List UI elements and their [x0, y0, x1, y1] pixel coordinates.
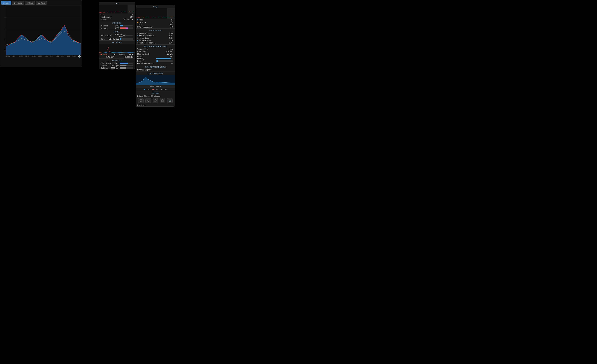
- leftside-fill: [120, 65, 126, 66]
- svg-rect-9: [154, 100, 156, 101]
- gpu-deps-title: GPU DEPENDENCIES: [136, 65, 175, 69]
- y-label-0: 0: [1, 49, 6, 51]
- mem-clock-row: Memory Clock 1.27 GHz: [136, 53, 175, 55]
- icon-btn-1[interactable]: [138, 98, 143, 103]
- gpu-memory-row: Memory: [136, 57, 175, 60]
- rightside-wrap: 2337 rpm: [108, 67, 133, 69]
- icon-row: [136, 97, 175, 104]
- network-peak-row: Peak ↑ 21K Peak ↓ 552K: [99, 53, 135, 56]
- tab-7-days[interactable]: 7 Days: [25, 1, 35, 5]
- y-label-2: 2: [1, 27, 6, 29]
- y-label-4: 4: [1, 5, 6, 7]
- download-arrow: ↓: [119, 56, 120, 58]
- icon-btn-2[interactable]: [145, 98, 151, 103]
- rightside-fill: [120, 67, 126, 69]
- cpu-die-fill: [120, 62, 128, 64]
- gpu-temp-value: 149°: [169, 48, 173, 50]
- svg-rect-6: [140, 100, 142, 101]
- process-3: ⊞ kernel_task 3.0%: [136, 37, 175, 39]
- process-5: ⊞ iStatMenusDaemon 0.7%: [136, 42, 175, 44]
- memory-bar: [120, 27, 133, 29]
- mini-cpu-row: CPU 4%: [99, 14, 135, 16]
- icon-btn-5[interactable]: [167, 98, 173, 103]
- svg-rect-10: [162, 100, 163, 102]
- disks-title: DISKS: [99, 30, 135, 33]
- peak-up-value: 21K: [112, 54, 116, 56]
- mini-cpu-title: CPU: [99, 2, 135, 5]
- uptime-title: UPTIME: [136, 92, 175, 95]
- disk1-value: 875.8 GB free: [114, 33, 123, 38]
- user-label: User: [139, 19, 143, 21]
- x-label-121: 1:21: [67, 55, 70, 58]
- tab-24-hours[interactable]: 24 Hours: [12, 1, 24, 5]
- disk1-bar-wrap: 875.8 GB free: [114, 33, 133, 38]
- process-4: ● Microsoft Word 0.7%: [136, 39, 175, 42]
- x-label-101: 1:01: [45, 55, 48, 58]
- tab-bar: 1 Hour 24 Hours 7 Days 30 Days: [0, 0, 82, 5]
- system-row: System 2%: [136, 21, 175, 23]
- svg-rect-1: [127, 5, 135, 14]
- cpu-die-label: CPU Die (PECI): [101, 62, 114, 64]
- disk2-bar-wrap: 1.24 TB free: [104, 38, 133, 40]
- ext-display-row: External Display: [136, 69, 175, 71]
- memory-bar-wrap: 61%: [107, 27, 133, 29]
- svg-rect-4: [167, 8, 175, 19]
- proc1-val: 6.6%: [169, 32, 173, 34]
- leftside-value: 2517 rpm: [111, 65, 119, 67]
- icon-btn-4[interactable]: [160, 98, 165, 103]
- y-label-3: 3: [1, 16, 6, 18]
- y-axis: 4 3 2 1 0: [1, 5, 6, 55]
- pressure-row: Pressure 24%: [99, 24, 135, 27]
- uptime-full-value: 2 days, 5 hours, 21 minutes: [137, 95, 160, 97]
- process-1: ⊞ WindowServer 6.6%: [136, 32, 175, 34]
- power-row: Power 33W: [136, 55, 175, 57]
- mem-clock-label: Memory Clock: [137, 53, 149, 55]
- uninstall-row[interactable]: Uninstall...: [136, 104, 175, 106]
- tab-30-days[interactable]: 30 Days: [36, 1, 47, 5]
- gpu-temp-row: Temperature 149°: [136, 48, 175, 50]
- rightside-label: Rightside: [101, 67, 108, 69]
- upload-arrow: ↑: [101, 56, 102, 58]
- proc2-val: 6.0%: [169, 35, 173, 37]
- x-label-1241: 12:41: [19, 55, 23, 58]
- proc4-val: 0.7%: [169, 39, 173, 41]
- peak-down-label: Peak ↓: [119, 54, 125, 56]
- proc5-val: 0.7%: [169, 42, 173, 44]
- icon-btn-3[interactable]: [153, 98, 158, 103]
- rightside-row: Rightside 2337 rpm: [99, 67, 135, 69]
- cpu-temp-label: CPU Temperature: [137, 26, 152, 28]
- peak-up-label: Peak ↑: [101, 54, 108, 56]
- idle-value: 96%: [170, 23, 173, 26]
- leftside-bar: [120, 65, 133, 66]
- memory-value: 61%: [115, 27, 119, 29]
- processes-title: PROCESSES: [136, 29, 175, 32]
- proc1-name: WindowServer: [139, 32, 151, 34]
- user-row: User 2%: [136, 19, 175, 21]
- rightside-value: 2337 rpm: [111, 67, 119, 69]
- gpu-memory-bar: [156, 58, 173, 59]
- gpu-temp-label: Temperature: [137, 48, 148, 50]
- power-value: 33W: [169, 55, 173, 57]
- download-value: 0.00 KB/s: [125, 56, 133, 58]
- pressure-fill: [120, 25, 123, 26]
- power-label: Power: [137, 55, 142, 57]
- load-avg-value: 0.91: [130, 16, 133, 18]
- tab-1-hour[interactable]: 1 Hour: [1, 1, 11, 5]
- mem-clock-value: 1.27 GHz: [165, 53, 173, 55]
- leftside-label: Leftside: [101, 65, 107, 67]
- load-avg-title: LOAD AVERAGE: [136, 72, 175, 75]
- idle-label: Idle: [137, 23, 142, 26]
- disk2-bar: [120, 38, 133, 39]
- uninstall-label[interactable]: Uninstall...: [137, 104, 146, 106]
- x-label-1256: 12:56: [38, 55, 42, 58]
- disk2-fill: [120, 38, 121, 39]
- memory-label: Memory: [101, 27, 107, 29]
- cpu-temp-row: CPU Temperature 149°: [136, 26, 175, 28]
- gpu-title: AMD RADEON PRO 460: [136, 45, 175, 48]
- uptime-value: 2d, 5h, 21m: [123, 18, 133, 21]
- leftside-row: Leftside 2517 rpm: [99, 64, 135, 67]
- core-clock-label: Core Clock: [137, 50, 146, 53]
- processor-label: Processor: [137, 60, 146, 62]
- uptime-full-row: 2 days, 5 hours, 21 minutes: [136, 95, 175, 97]
- x-label-126: 1:26: [72, 55, 76, 58]
